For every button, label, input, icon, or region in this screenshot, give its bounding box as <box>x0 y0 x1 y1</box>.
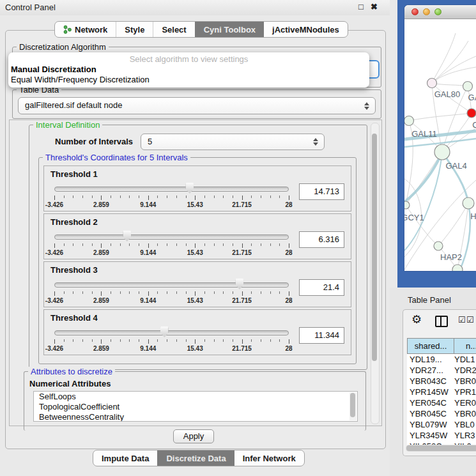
tab-network[interactable]: Network <box>55 22 116 37</box>
attribute-list-item[interactable]: SelfLoops <box>34 392 357 402</box>
apply-button[interactable]: Apply <box>173 429 214 443</box>
network-node[interactable] <box>427 79 437 88</box>
tab-select[interactable]: Select <box>153 22 194 37</box>
table-data-combobox[interactable]: galFiltered.sif default node <box>18 97 376 114</box>
tab-style[interactable]: Style <box>116 22 153 37</box>
scale-tick-label: 15.43 <box>187 345 203 352</box>
scale-tick-label: 2.859 <box>93 345 109 352</box>
network-node[interactable] <box>463 82 473 91</box>
threshold-label: Threshold 4 <box>50 313 98 323</box>
close-traffic-light[interactable] <box>411 8 418 15</box>
table-data-value: galFiltered.sif default node <box>25 100 122 110</box>
table-row[interactable]: YBL079WYBL0 <box>407 419 476 430</box>
threshold-slider[interactable]: -3.4262.8599.14415.4321.71528 <box>54 183 289 208</box>
bottom-tabbar: Impute DataDiscretize DataInfer Network <box>93 450 305 466</box>
scale-tick-label: 9.144 <box>140 201 156 208</box>
interval-definition-group: Interval Definition Number of Intervals … <box>29 125 367 370</box>
algorithm-option-equal-width[interactable]: Equal Width/Frequency Discretization <box>8 75 369 85</box>
tab-impute-data[interactable]: Impute Data <box>93 450 157 466</box>
scale-tick-label: -3.426 <box>45 201 63 208</box>
node-table: shared...n... YDL19...YDL1 YDR27...YDR2 … <box>407 338 476 445</box>
gear-icon[interactable]: ⚙ <box>411 314 422 325</box>
float-window-icon[interactable]: □ <box>358 2 364 12</box>
table-row[interactable]: YDL19...YDL1 <box>407 354 476 365</box>
scale-tick-label: 21.715 <box>232 345 252 352</box>
table-row[interactable]: YBR043CYBR0 <box>407 376 476 387</box>
network-icon <box>63 25 72 34</box>
scale-tick-label: -3.426 <box>45 345 63 352</box>
scale-tick-label: -3.426 <box>45 297 63 304</box>
control-panel: Control Panel □ ✖ Discretization Algorit… <box>0 0 390 476</box>
slider-track[interactable] <box>54 330 289 335</box>
network-node[interactable] <box>467 109 476 118</box>
network-node-label: GAL11 <box>411 129 437 139</box>
attribute-list-item[interactable]: BetweennessCentrality <box>34 412 357 422</box>
table-row[interactable]: YLR345WYLR3 <box>407 430 476 441</box>
algorithm-hint-item[interactable]: Select algorithm to view settings <box>8 54 369 65</box>
tab-infer-network[interactable]: Infer Network <box>234 450 304 466</box>
network-node[interactable] <box>404 116 414 126</box>
threshold-value-field[interactable]: 6.316 <box>299 231 344 248</box>
attributes-list-scrollbar[interactable] <box>349 392 357 420</box>
tab-jactivemnodules[interactable]: jActiveMNodules <box>264 22 348 37</box>
close-window-icon[interactable]: ✖ <box>371 2 378 12</box>
threshold-panel: Threshold 3 -3.4262.8599.14415.4321.7152… <box>43 261 351 307</box>
network-canvas[interactable]: GAL80GACGAL11GAL4GCY1HHAP2 <box>404 19 476 271</box>
split-columns-icon[interactable] <box>435 316 448 327</box>
table-row[interactable]: YBR045CYBR0 <box>407 408 476 419</box>
minimize-traffic-light[interactable] <box>423 8 430 15</box>
zoom-traffic-light[interactable] <box>434 8 441 15</box>
slider-thumb-icon[interactable] <box>123 231 131 242</box>
number-of-intervals-combobox[interactable]: 5 <box>141 134 325 150</box>
slider-track[interactable] <box>54 187 289 192</box>
threshold-value-field[interactable]: 14.713 <box>299 183 344 200</box>
numerical-attributes-list[interactable]: SelfLoopsTopologicalCoefficientBetweenne… <box>33 391 358 422</box>
scale-tick-label: 28 <box>285 297 292 304</box>
combo-arrows-icon <box>364 98 369 114</box>
table-column-header[interactable]: shared... <box>407 338 454 354</box>
checkbox-icon[interactable]: ☑ <box>466 316 474 324</box>
slider-thumb-icon[interactable] <box>185 183 194 194</box>
control-panel-titlebar: Control Panel □ ✖ <box>0 0 390 15</box>
slider-track[interactable] <box>54 282 289 288</box>
scale-tick-label: 2.859 <box>93 297 109 304</box>
table-horizontal-scrollbar[interactable] <box>406 445 476 452</box>
discretization-algorithm-label: Discretization Algorithm <box>17 42 109 52</box>
slider-thumb-icon[interactable] <box>235 279 243 289</box>
tab-cyni-toolbox[interactable]: Cyni Toolbox <box>195 22 264 37</box>
threshold-slider[interactable]: -3.4262.8599.14415.4321.71528 <box>54 279 289 304</box>
table-row[interactable]: YPR145WYPR1 <box>407 387 476 397</box>
table-column-header[interactable]: n... <box>454 338 476 354</box>
interval-definition-label: Interval Definition <box>33 120 102 130</box>
slider-track[interactable] <box>54 234 289 240</box>
scale-tick-label: 21.715 <box>232 297 252 304</box>
network-node[interactable] <box>404 201 410 209</box>
threshold-value-field[interactable]: 11.344 <box>299 327 344 344</box>
scale-tick-label: 15.43 <box>187 249 203 256</box>
threshold-slider[interactable]: -3.4262.8599.14415.4321.71528 <box>54 326 289 352</box>
scale-tick-label: -3.426 <box>45 249 63 256</box>
thresholds-group: Threshold's Coordinates for 5 Intervals … <box>38 157 357 364</box>
network-node[interactable] <box>452 265 463 271</box>
threshold-value-field[interactable]: 21.4 <box>299 279 344 296</box>
number-of-intervals-value: 5 <box>148 137 152 146</box>
table-row[interactable]: YDR27...YDR2 <box>407 365 476 376</box>
network-node-label: HAP2 <box>440 252 462 262</box>
network-node[interactable] <box>434 144 450 160</box>
algorithm-option-manual[interactable]: Manual Discretization <box>8 65 369 75</box>
network-inner-window: GAL80GACGAL11GAL4GCY1HHAP2 <box>404 5 476 271</box>
settings-vertical-scrollbar[interactable] <box>371 123 380 424</box>
threshold-slider[interactable]: -3.4262.8599.14415.4321.71528 <box>54 231 289 256</box>
table-row[interactable]: YER054CYER0 <box>407 397 476 408</box>
checkbox-icon[interactable]: ☑ <box>458 316 466 324</box>
network-node[interactable] <box>434 242 443 250</box>
network-window-titlebar[interactable] <box>404 5 476 19</box>
threshold-label: Threshold 1 <box>50 169 98 179</box>
scale-tick-label: 28 <box>285 201 292 208</box>
network-node[interactable] <box>463 197 474 209</box>
threshold-label: Threshold 2 <box>50 217 98 227</box>
tab-discretize-data[interactable]: Discretize Data <box>157 450 234 466</box>
attribute-list-item[interactable]: TopologicalCoefficient <box>34 402 357 412</box>
slider-thumb-icon[interactable] <box>160 326 169 337</box>
scale-tick-label: 9.144 <box>140 249 156 256</box>
